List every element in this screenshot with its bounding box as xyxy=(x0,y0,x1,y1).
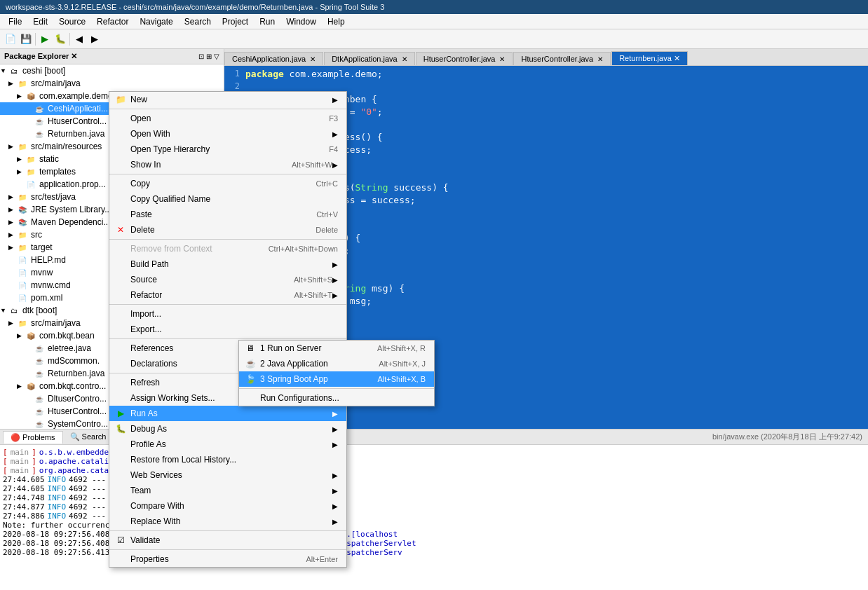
ctx-import[interactable]: Import... xyxy=(109,306,346,322)
menu-refactor[interactable]: Refactor xyxy=(91,15,134,28)
menu-navigate[interactable]: Navigate xyxy=(134,15,178,28)
menu-run[interactable]: Run xyxy=(254,15,280,28)
ctx-properties[interactable]: Properties Alt+Enter xyxy=(109,551,346,567)
tab-returnben[interactable]: Returnben.java ✕ xyxy=(611,51,688,65)
submenu-run-configurations[interactable]: Run Configurations... xyxy=(239,390,434,406)
ctx-restore-local[interactable]: Restore from Local History... xyxy=(109,452,346,467)
tree-icon-lib: 📚 xyxy=(17,217,28,228)
tree-icon-folder: 📁 xyxy=(17,78,28,89)
tree-icon-project: 🗂 xyxy=(8,305,20,316)
ctx-debug-as[interactable]: 🐛 Debug As ▶ xyxy=(109,421,346,437)
tb-run[interactable]: ▶ xyxy=(37,32,53,47)
ctx-web-services[interactable]: Web Services ▶ xyxy=(109,467,346,483)
ctx-remove-context[interactable]: Remove from Context Ctrl+Alt+Shift+Down xyxy=(109,241,346,256)
ctx-compare-with[interactable]: Compare With ▶ xyxy=(109,498,346,514)
ctx-validate[interactable]: ☑ Validate xyxy=(109,533,346,548)
ctx-open-with[interactable]: Open With ▶ xyxy=(109,126,346,142)
ctx-open[interactable]: Open F3 xyxy=(109,111,346,126)
ctx-sep xyxy=(109,338,346,339)
tb-sep1 xyxy=(35,33,36,46)
tree-item-ceshi[interactable]: ▼🗂ceshi [boot] xyxy=(0,64,224,77)
ctx-export[interactable]: Export... xyxy=(109,322,346,337)
tree-icon-java: ☕ xyxy=(34,128,45,139)
tb-sep2 xyxy=(69,33,70,46)
tree-icon-package: 📦 xyxy=(25,380,36,392)
menu-search[interactable]: Search xyxy=(179,15,217,28)
ctx-paste[interactable]: Paste Ctrl+V xyxy=(109,207,346,222)
ctx-build-path[interactable]: Build Path ▶ xyxy=(109,256,346,272)
ctx-sep xyxy=(109,174,346,174)
ctx-run-as[interactable]: ▶ Run As ▶ xyxy=(109,406,346,421)
tb-debug[interactable]: 🐛 xyxy=(53,32,68,47)
tab-htuser-controller-1[interactable]: HtuserController.java ✕ xyxy=(416,52,513,65)
tree-icon-java: ☕ xyxy=(34,368,45,379)
tab-htuser-controller-2[interactable]: HtuserController.java ✕ xyxy=(513,52,611,65)
console-header: bin/javaw.exe (2020年8月18日 上午9:27:42) xyxy=(710,430,865,444)
ctx-open-type[interactable]: Open Type Hierarchy F4 xyxy=(109,142,346,157)
ctx-replace-with[interactable]: Replace With ▶ xyxy=(109,514,346,529)
ctx-copy-qualified[interactable]: Copy Qualified Name xyxy=(109,191,346,207)
tab-close-icon[interactable]: ✕ xyxy=(499,55,505,63)
ctx-profile-as[interactable]: Profile As ▶ xyxy=(109,437,346,452)
bottom-tab-problems[interactable]: 🔴 Problems xyxy=(3,431,63,444)
tree-icon-folder: 📁 xyxy=(17,242,28,253)
menu-window[interactable]: Window xyxy=(280,15,322,28)
ctx-copy[interactable]: Copy Ctrl+C xyxy=(109,176,346,191)
ctx-new-icon: 📁 xyxy=(115,95,126,104)
tab-label: HtuserController.java xyxy=(423,55,496,63)
tree-icon-project: 🗂 xyxy=(8,65,20,76)
tab-close-icon[interactable]: ✕ xyxy=(310,55,316,63)
tb-save[interactable]: 💾 xyxy=(18,32,34,47)
tab-label: DtkApplication.java xyxy=(332,55,398,63)
ctx-sep xyxy=(109,549,346,550)
tree-icon-java: ☕ xyxy=(34,355,45,366)
tab-label: Returnben.java ✕ xyxy=(619,54,680,63)
tree-icon-java: ☕ xyxy=(34,418,45,429)
run-server-icon: 🖥 xyxy=(245,343,256,353)
ctx-show-in[interactable]: Show In Alt+Shift+W ▶ xyxy=(109,157,346,172)
tab-dtk-application[interactable]: DtkApplication.java ✕ xyxy=(324,52,415,65)
tab-label: HtuserController.java xyxy=(521,55,593,63)
menu-help[interactable]: Help xyxy=(322,15,351,28)
submenu-run-on-server[interactable]: 🖥 1 Run on Server Alt+Shift+X, R xyxy=(239,341,434,356)
package-explorer-header: Package Explorer ✕ ⊡ ⊞ ▽ xyxy=(0,49,224,64)
menu-project[interactable]: Project xyxy=(217,15,254,28)
tree-icon-package: 📦 xyxy=(25,330,36,341)
ctx-delete-icon: ✕ xyxy=(115,225,126,235)
tree-icon-java: ☕ xyxy=(34,103,45,114)
tree-icon-java: ☕ xyxy=(34,393,45,404)
ctx-sep xyxy=(109,304,346,305)
tree-item-src-main-java[interactable]: ▶📁src/main/java xyxy=(0,77,224,90)
tab-close-icon[interactable]: ✕ xyxy=(597,55,603,63)
menu-file[interactable]: File xyxy=(3,15,27,28)
submenu-spring-boot-app[interactable]: 🍃 3 Spring Boot App Alt+Shift+X, B xyxy=(239,371,434,387)
editor-tab-bar: CeshiApplication.java ✕ DtkApplication.j… xyxy=(224,49,868,66)
tree-icon-file: 📄 xyxy=(17,280,28,291)
tree-icon-folder: 📁 xyxy=(25,166,36,177)
tab-ceshi-application[interactable]: CeshiApplication.java ✕ xyxy=(224,52,323,65)
submenu-java-application[interactable]: ☕ 2 Java Application Alt+Shift+X, J xyxy=(239,356,434,371)
ctx-sep xyxy=(109,109,346,109)
tree-icon-folder: 📁 xyxy=(17,229,28,240)
ctx-source[interactable]: Source Alt+Shift+S ▶ xyxy=(109,272,346,287)
ctx-delete[interactable]: ✕ Delete Delete xyxy=(109,222,346,238)
ctx-team[interactable]: Team ▶ xyxy=(109,483,346,498)
tree-icon-java: ☕ xyxy=(34,406,45,417)
tb-new[interactable]: 📄 xyxy=(3,32,18,47)
ctx-new[interactable]: 📁 New ▶ xyxy=(109,92,346,107)
tb-back[interactable]: ◀ xyxy=(72,32,87,47)
tree-icon-folder: 📁 xyxy=(17,141,28,152)
tab-label: CeshiApplication.java xyxy=(232,55,306,63)
submenu-run-as: 🖥 1 Run on Server Alt+Shift+X, R ☕ 2 Jav… xyxy=(238,340,435,406)
ctx-refactor[interactable]: Refactor Alt+Shift+T ▶ xyxy=(109,287,346,303)
tree-icon-folder: 📁 xyxy=(17,317,28,329)
menu-source[interactable]: Source xyxy=(53,15,91,28)
spring-icon: 🍃 xyxy=(245,374,256,384)
tab-close-icon[interactable]: ✕ xyxy=(402,55,407,63)
sub-sep xyxy=(239,388,434,389)
pe-toolbar-icons: ⊡ ⊞ ▽ xyxy=(198,53,219,60)
bottom-tab-search[interactable]: 🔍 Search xyxy=(63,431,114,443)
menu-edit[interactable]: Edit xyxy=(27,15,53,28)
tb-fwd[interactable]: ▶ xyxy=(87,32,102,47)
tree-icon-folder: 📁 xyxy=(17,191,28,203)
